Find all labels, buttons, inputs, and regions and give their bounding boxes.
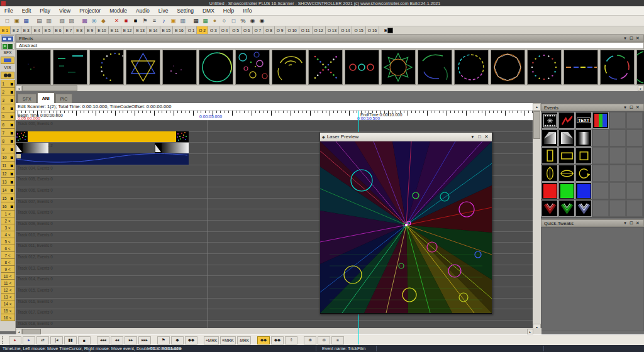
effect-thumbnail-circle-scatter[interactable] [235, 50, 270, 85]
effect-thumbnail-star-6[interactable] [126, 50, 160, 85]
event-button-color-red[interactable] [541, 182, 558, 199]
preset-recall-button-9[interactable]: 9< [1, 266, 15, 273]
dropdown-button-icon[interactable]: ▾ [622, 221, 628, 226]
dropdown-button-icon[interactable]: ▾ [469, 134, 476, 140]
effects-scrollbar[interactable]: ◂ ▸ [16, 85, 644, 91]
close-button-icon[interactable]: ✕ [483, 134, 490, 140]
effect-thumbnail-dotted-circle[interactable] [527, 50, 562, 85]
event-clip-end-thumbnail[interactable] [176, 131, 189, 142]
effects-category-select[interactable]: Abstract [16, 42, 644, 49]
timeline-tab-sfx[interactable]: SFX [18, 94, 36, 103]
sfx-bank-button[interactable] [1, 57, 14, 64]
menu-projector[interactable]: Projector [75, 6, 105, 15]
rewind-button[interactable]: ◂◂ [111, 336, 123, 344]
piano-icon[interactable]: ▦ [191, 17, 201, 25]
event-button-trickfilm[interactable] [541, 112, 558, 129]
scanner-tab-e13[interactable]: E 13 [134, 26, 147, 34]
scanner-select-button-4[interactable]: 4 [1, 104, 15, 113]
record-icon[interactable]: ■ [121, 17, 131, 25]
scanner-tab-e7[interactable]: E 7 [64, 26, 74, 34]
timeline-vertical-scrollbar[interactable]: ▴ ▾ [533, 103, 541, 331]
scanner-tab-o13[interactable]: O 13 [326, 26, 339, 34]
effect-thumbnail-three-circles[interactable] [345, 50, 379, 85]
copy-icon[interactable]: ▧ [57, 17, 67, 25]
maximize-button-icon[interactable]: □ [476, 134, 483, 140]
scanner-select-button-14[interactable]: 14 [1, 186, 15, 194]
scanner-tab-e10[interactable]: E 10 [96, 26, 109, 34]
green-grid-icon[interactable]: ▦ [201, 17, 210, 25]
find-next-icon[interactable]: ◉ [257, 17, 267, 25]
film-library-button[interactable] [1, 35, 14, 42]
event-clip-start-thumbnail[interactable] [16, 131, 28, 142]
scanner-select-button-10[interactable]: 10 [1, 153, 15, 162]
scroll-right-icon[interactable]: ▸ [527, 329, 533, 334]
marker-flag-button[interactable]: ⚑ [157, 336, 170, 344]
loop-toggle-button[interactable]: ⇄ [36, 336, 49, 344]
scanner-tab-o8[interactable]: O 8 [264, 26, 275, 34]
effect-thumbnail-color-dashes[interactable] [564, 50, 598, 85]
scanner-tab-e9[interactable]: E 9 [85, 26, 96, 34]
paste-icon[interactable]: ▨ [67, 17, 76, 25]
preset-recall-button-12[interactable]: 12< [1, 287, 15, 294]
event-cursor-tool-button[interactable]: ▸ [23, 336, 35, 344]
effect-thumbnail-yellow-arcs[interactable] [272, 50, 306, 85]
scanner-select-button-9[interactable]: 9 [1, 145, 15, 153]
multi-select-button[interactable]: ◆◆ [271, 336, 284, 344]
new-file-icon[interactable]: □ [3, 17, 12, 25]
effect-thumbnail-faint-dots[interactable] [16, 50, 51, 85]
scanner-tab-o5[interactable]: O 5 [230, 26, 242, 34]
percent-icon[interactable]: % [238, 17, 248, 25]
scanner-tab-o15[interactable]: O 15 [352, 26, 365, 34]
zoom-in-button[interactable]: ⊕ [304, 336, 316, 344]
preset-recall-button-10[interactable]: 10< [1, 273, 15, 280]
scanner-tab-o16[interactable]: O 16 [366, 26, 379, 34]
event-button-color-green[interactable] [558, 182, 575, 199]
event-bar-fade-in[interactable] [16, 143, 48, 153]
event-button-freehand[interactable] [558, 112, 575, 129]
event-button-rect-horizontal[interactable] [558, 147, 575, 164]
scanner-select-button-6[interactable]: 6 [1, 121, 15, 129]
display-icon[interactable]: □ [229, 17, 238, 25]
scanner-tab-e12[interactable]: E 12 [121, 26, 135, 34]
scanner-select-button-7[interactable]: 7 [1, 129, 15, 137]
menu-audio[interactable]: Audio [131, 6, 154, 15]
eo-toggle-button[interactable]: E [383, 26, 394, 34]
preset-recall-button-11[interactable]: 11< [1, 280, 15, 287]
scanner-tab-o12[interactable]: O 12 [313, 26, 326, 34]
stop-button[interactable]: ■ [78, 336, 91, 344]
scanner-tab-o2[interactable]: O 2 [197, 26, 208, 34]
pause-button[interactable]: ▮▮ [64, 336, 77, 344]
effect-thumbnail-arc-ring-color[interactable] [600, 50, 635, 85]
next-event-button[interactable]: ◆◆ [185, 336, 197, 344]
timeline-options-button[interactable]: ≡ [331, 336, 344, 344]
scanner-select-button-13[interactable]: 13 [1, 178, 15, 186]
effect-thumbnail-dashed-circle[interactable] [454, 50, 489, 85]
scrollbar-thumb[interactable] [22, 85, 77, 91]
effect-thumbnail-edge-arc[interactable] [636, 50, 644, 85]
fast-rewind-button[interactable]: ◂◂◂ [97, 336, 109, 344]
close-button-icon[interactable]: ✕ [635, 221, 641, 226]
scrollbar-thumb[interactable] [22, 329, 41, 334]
timeline-cursor-tool-button[interactable]: ▸ [9, 336, 21, 344]
delete-icon[interactable]: ✕ [112, 17, 121, 25]
menu-view[interactable]: View [55, 6, 75, 15]
timeline-horizontal-scrollbar[interactable]: ◂ ▸ [16, 328, 533, 334]
menu-info[interactable]: Info [238, 6, 256, 15]
effect-thumbnail-star-8[interactable] [381, 50, 416, 85]
scanner-tab-o4[interactable]: O 4 [219, 26, 231, 34]
save-icon[interactable]: ▦ [21, 17, 31, 25]
go-to-start-button[interactable]: |◂ [50, 336, 63, 344]
scroll-left-icon[interactable]: ◂ [16, 85, 22, 91]
scanner-tab-o10[interactable]: O 10 [286, 26, 299, 34]
effect-thumbnail-green-dashes[interactable] [53, 50, 87, 85]
raise-event-button[interactable]: ⇧ [285, 336, 297, 344]
preset-recall-button-13[interactable]: 13< [1, 294, 15, 300]
event-button-chevron-green[interactable] [558, 200, 575, 217]
snap-mode-button[interactable]: ◆◆ [257, 336, 270, 344]
fast-forward-button[interactable]: ▸▸▸ [138, 336, 151, 344]
preset-recall-button-6[interactable]: 6< [1, 245, 15, 252]
event-button-rgb-fade[interactable] [592, 112, 609, 129]
print-preview-icon[interactable]: ▥ [44, 17, 53, 25]
remove-marker-button[interactable]: -MRK [237, 336, 252, 344]
find-icon[interactable]: ◉ [248, 17, 257, 25]
